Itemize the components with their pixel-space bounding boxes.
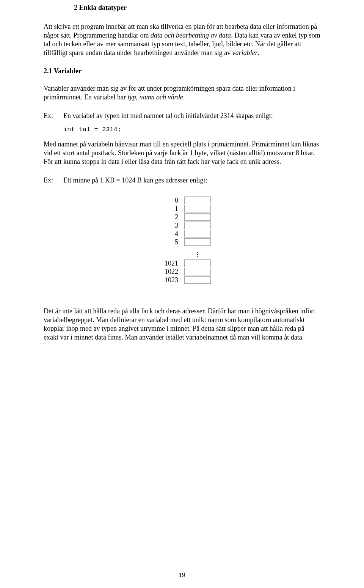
document-page: 2 Enkla datatyper Att skriva ett program… <box>0 0 364 588</box>
example-text: En variabel av typen int med namnet tal … <box>63 112 320 120</box>
memory-address: 3 <box>144 222 184 230</box>
example-text: Ett minne på 1 KB = 1024 B kan ges adres… <box>63 176 320 185</box>
memory-cell <box>184 259 211 267</box>
page-number: 19 <box>0 571 364 579</box>
memory-address: 1022 <box>144 268 184 276</box>
memory-ellipsis: ... <box>144 246 220 259</box>
example-label: Ex: <box>44 176 63 185</box>
memory-address: 1023 <box>144 276 184 284</box>
example-2: Ex: Ett minne på 1 KB = 1024 B kan ges a… <box>44 176 320 185</box>
memory-cell <box>184 222 211 229</box>
memory-cell <box>184 238 211 246</box>
closing-paragraph: Det är inte lätt att hålla reda på alla … <box>44 307 320 342</box>
memory-cell <box>184 205 211 212</box>
example-label: Ex: <box>44 112 63 120</box>
memory-row: 3 <box>144 221 220 230</box>
text-span: . <box>258 49 260 57</box>
memory-address: 4 <box>144 230 184 238</box>
memory-cell <box>184 276 211 284</box>
memory-row: 1 <box>144 204 220 213</box>
memory-paragraph: Med namnet på variabeln hänvisar man til… <box>44 140 320 166</box>
example-1: Ex: En variabel av typen int med namnet … <box>44 112 320 120</box>
text-italic: data och bearbetning av data <box>151 31 231 39</box>
text-span: . <box>183 93 185 101</box>
memory-row: 4 <box>144 230 220 238</box>
memory-row: 1023 <box>144 276 220 284</box>
text-italic: typ, namn och värde <box>127 93 183 101</box>
memory-address: 5 <box>144 238 184 246</box>
memory-address: 1021 <box>144 259 184 267</box>
heading-main: 2 Enkla datatyper <box>44 4 320 12</box>
text-italic: variabler <box>232 49 258 57</box>
memory-address: 0 <box>144 197 184 204</box>
memory-address: 2 <box>144 213 184 221</box>
vertical-dots-icon: ... <box>184 249 211 256</box>
memory-address: 1 <box>144 205 184 213</box>
memory-row: 1021 <box>144 259 220 267</box>
memory-row: 2 <box>144 213 220 221</box>
intro-paragraph: Att skriva ett program innebär att man s… <box>44 22 320 57</box>
memory-row: 1022 <box>144 267 220 276</box>
memory-diagram: 0 1 2 3 4 5 ... 1021 <box>144 196 220 284</box>
variables-paragraph: Variabler använder man sig av för att un… <box>44 84 320 102</box>
code-block: int tal = 2314; <box>63 126 320 133</box>
memory-cell <box>184 230 211 237</box>
memory-cell <box>184 268 211 275</box>
memory-row: 5 <box>144 238 220 246</box>
memory-cell <box>184 197 211 204</box>
memory-cell <box>184 213 211 221</box>
memory-row: 0 <box>144 196 220 204</box>
heading-section: 2.1 Variabler <box>44 67 320 75</box>
